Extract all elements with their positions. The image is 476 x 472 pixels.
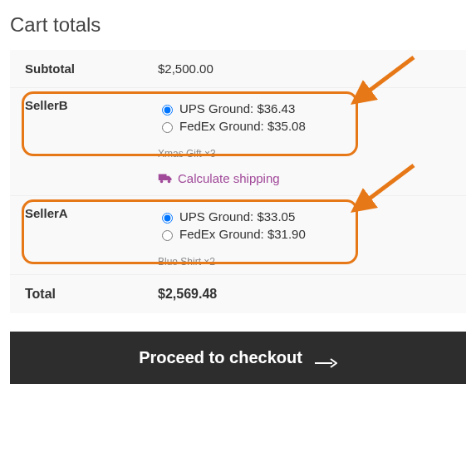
shipping-radio[interactable] <box>162 105 173 116</box>
calculate-shipping-link[interactable]: Calculate shipping <box>158 171 451 185</box>
seller-b-block: SellerB UPS Ground: $36.43 FedEx Ground:… <box>10 88 466 196</box>
shipping-radio[interactable] <box>162 230 173 241</box>
shipping-option[interactable]: FedEx Ground: $35.08 <box>158 119 451 133</box>
shipping-option-label: UPS Ground: $36.43 <box>179 101 295 116</box>
items-note: Blue Shirt ×2 <box>158 256 451 268</box>
page-title: Cart totals <box>10 13 466 37</box>
seller-a-block: SellerA UPS Ground: $33.05 FedEx Ground:… <box>10 196 466 275</box>
shipping-option-label: FedEx Ground: $35.08 <box>179 119 306 133</box>
seller-name: SellerB <box>25 98 158 136</box>
calc-link-text: Calculate shipping <box>178 171 280 185</box>
truck-icon <box>158 173 173 184</box>
svg-point-2 <box>168 180 171 184</box>
shipping-option[interactable]: FedEx Ground: $31.90 <box>158 227 451 241</box>
shipping-option[interactable]: UPS Ground: $36.43 <box>158 101 451 116</box>
arrow-right-icon <box>314 353 337 363</box>
shipping-option-label: UPS Ground: $33.05 <box>179 209 295 224</box>
items-note: Xmas Gift ×3 <box>158 148 451 160</box>
total-value: $2,569.48 <box>158 287 451 302</box>
subtotal-row: Subtotal $2,500.00 <box>10 50 466 88</box>
total-row: Total $2,569.48 <box>10 275 466 313</box>
shipping-options: UPS Ground: $33.05 FedEx Ground: $31.90 <box>158 206 451 244</box>
shipping-option[interactable]: UPS Ground: $33.05 <box>158 209 451 224</box>
svg-point-1 <box>160 180 164 184</box>
total-label: Total <box>25 287 158 302</box>
subtotal-value: $2,500.00 <box>158 61 451 76</box>
seller-name: SellerA <box>25 206 158 244</box>
shipping-radio[interactable] <box>162 122 173 133</box>
proceed-to-checkout-button[interactable]: Proceed to checkout <box>10 332 466 384</box>
subtotal-label: Subtotal <box>25 61 158 76</box>
shipping-options: UPS Ground: $36.43 FedEx Ground: $35.08 <box>158 98 451 136</box>
shipping-option-label: FedEx Ground: $31.90 <box>179 227 306 241</box>
cart-totals-table: Subtotal $2,500.00 SellerB UPS Ground: $… <box>10 50 466 313</box>
checkout-label: Proceed to checkout <box>139 348 302 367</box>
shipping-radio[interactable] <box>162 213 173 224</box>
